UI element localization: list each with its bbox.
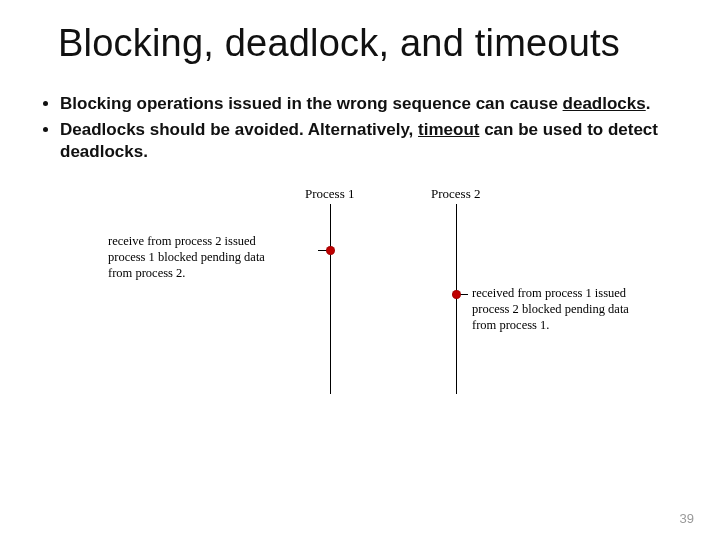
process-1-label: Process 1 — [305, 186, 354, 202]
process-1-timeline — [330, 204, 331, 394]
bullet-2-pre: Deadlocks should be avoided. Alternative… — [60, 120, 418, 139]
process-2-event-dot-icon — [452, 290, 461, 299]
slide-title: Blocking, deadlock, and timeouts — [58, 22, 720, 65]
process-2-note-line-3: from process 1. — [472, 318, 549, 332]
process-1-note: receive from process 2 issued process 1 … — [108, 234, 308, 281]
bullet-2: Deadlocks should be avoided. Alternative… — [60, 119, 678, 163]
process-1-note-line-2: process 1 blocked pending data — [108, 250, 265, 264]
process-2-note-line-1: received from process 1 issued — [472, 286, 626, 300]
process-1-note-line-3: from process 2. — [108, 266, 185, 280]
process-2-label: Process 2 — [431, 186, 480, 202]
bullet-1: Blocking operations issued in the wrong … — [60, 93, 678, 115]
deadlock-diagram: Process 1 Process 2 receive from process… — [90, 186, 630, 406]
process-2-note-line-2: process 2 blocked pending data — [472, 302, 629, 316]
bullet-2-underlined: timeout — [418, 120, 479, 139]
bullet-1-pre: Blocking operations issued in the wrong … — [60, 94, 563, 113]
process-2-timeline — [456, 204, 457, 394]
bullet-list: Blocking operations issued in the wrong … — [42, 93, 678, 162]
process-1-note-line-1: receive from process 2 issued — [108, 234, 256, 248]
page-number: 39 — [680, 511, 694, 526]
process-2-note: received from process 1 issued process 2… — [472, 286, 664, 333]
bullet-1-post: . — [646, 94, 651, 113]
bullet-1-underlined: deadlocks — [563, 94, 646, 113]
process-1-event-dot-icon — [326, 246, 335, 255]
